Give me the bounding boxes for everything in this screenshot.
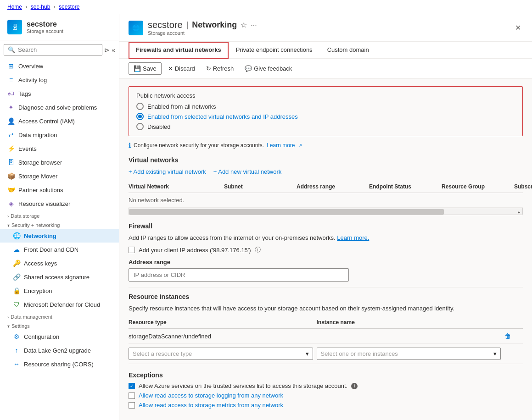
learn-more-link[interactable]: Learn more [267, 142, 295, 149]
nav-expand-icon[interactable]: ⊳ [104, 46, 110, 54]
nav-section-settings-label: Settings [11, 323, 30, 329]
sidebar-item-front-door-cdn[interactable]: ☁ Front Door and CDN [0, 243, 119, 256]
scrollbar-thumb[interactable] [129, 209, 444, 215]
favorite-star-icon[interactable]: ☆ [241, 21, 247, 29]
exception-info-icon-0[interactable]: i [351, 383, 358, 389]
breadcrumb-sec-hub[interactable]: sec-hub [31, 4, 50, 10]
nav-collapse-icon[interactable]: « [112, 46, 115, 54]
radio-all-networks-circle [136, 103, 144, 110]
sidebar-item-access-keys[interactable]: 🔑 Access keys [0, 256, 119, 270]
radio-disabled-label: Disabled [147, 123, 171, 130]
nav-section-data-management-label: Data management [11, 314, 52, 320]
sidebar-item-data-lake-gen2[interactable]: ↑ Data Lake Gen2 upgrade [0, 343, 119, 357]
resource-type-value: storageDataScanner/undefined [129, 333, 313, 340]
client-ip-info-icon[interactable]: ⓘ [255, 246, 261, 254]
search-input[interactable] [18, 46, 98, 53]
sidebar-item-shared-access-signature[interactable]: 🔗 Shared access signature [0, 270, 119, 284]
tabs-bar: Firewalls and virtual networks Private e… [119, 42, 532, 59]
firewall-title: Firewall [129, 222, 523, 230]
activity-log-icon: ≡ [7, 76, 15, 83]
sidebar-nav: ⊞ Overview ≡ Activity log 🏷 Tags ✦ Diagn… [0, 59, 119, 420]
breadcrumb-secstore[interactable]: secstore [59, 4, 79, 10]
content-header: 🌐 secstore | Networking ☆ ··· Storage ac… [119, 14, 532, 42]
nav-section-data-storage[interactable]: › Data storage [0, 210, 119, 220]
tab-firewalls-vnet[interactable]: Firewalls and virtual networks [129, 42, 229, 59]
more-options-icon[interactable]: ··· [251, 21, 257, 29]
sidebar-item-partner-solutions[interactable]: 🤝 Partner solutions [0, 183, 119, 197]
sidebar-item-overview[interactable]: ⊞ Overview [0, 59, 119, 73]
radio-disabled[interactable]: Disabled [136, 123, 515, 130]
radio-group-network-access: Enabled from all networks Enabled from s… [136, 103, 515, 130]
vnet-table-empty-row: No network selected. [129, 193, 523, 208]
sidebar-item-diagnose[interactable]: ✦ Diagnose and solve problems [0, 100, 119, 114]
tags-icon: 🏷 [7, 90, 15, 97]
sidebar-label-activity-log: Activity log [18, 77, 47, 83]
sidebar-item-configuration[interactable]: ⚙ Configuration [0, 330, 119, 343]
sidebar-label-data-migration: Data migration [18, 132, 57, 138]
tab-custom-domain[interactable]: Custom domain [320, 42, 376, 59]
sidebar-item-resource-visualizer[interactable]: ◈ Resource visualizer [0, 197, 119, 210]
discard-button[interactable]: ✕ Discard [163, 63, 200, 74]
save-button[interactable]: 💾 Save [129, 62, 162, 75]
exceptions-title: Exceptions [129, 371, 523, 379]
overview-icon: ⊞ [7, 62, 15, 70]
vnet-scrollbar[interactable]: ◂ ▸ [129, 208, 523, 215]
exception-checkbox-1[interactable] [129, 392, 135, 399]
sidebar-item-activity-log[interactable]: ≡ Activity log [0, 73, 119, 87]
resource-table-header: Resource type Instance name [129, 316, 523, 329]
breadcrumb: Home › sec-hub › secstore [0, 0, 532, 14]
close-button[interactable]: ✕ [513, 22, 523, 34]
exception-checkbox-2[interactable] [129, 402, 135, 409]
diagnose-icon: ✦ [7, 104, 15, 111]
configuration-icon: ⚙ [13, 333, 20, 340]
nav-section-security-networking[interactable]: ▾ Security + networking [0, 220, 119, 229]
sidebar-label-front-door-cdn: Front Door and CDN [24, 246, 78, 253]
nav-section-settings[interactable]: ▾ Settings [0, 321, 119, 330]
exception-item-2: Allow read access to storage metrics fro… [129, 402, 523, 409]
firewall-learn-more-link[interactable]: Learn more. [337, 234, 369, 241]
resource-type-chevron: ▾ [306, 350, 309, 357]
sidebar-label-resource-visualizer: Resource visualizer [18, 200, 70, 207]
sidebar-item-networking[interactable]: 🌐 Networking [0, 229, 119, 243]
resource-add-row: Select a resource type ▾ Select one or m… [129, 344, 523, 364]
radio-all-networks-label: Enabled from all networks [147, 103, 216, 110]
sidebar-label-networking: Networking [24, 232, 56, 239]
col-address-range: Address range [297, 183, 365, 190]
exception-checkbox-0[interactable]: ✓ [129, 383, 135, 389]
client-ip-checkbox-row[interactable]: Add your client IP address ('98.97.176.1… [129, 246, 523, 254]
sidebar-item-events[interactable]: ⚡ Events [0, 142, 119, 155]
client-ip-label: Add your client IP address ('98.97.176.1… [139, 247, 251, 254]
save-icon: 💾 [134, 65, 141, 72]
sidebar-logo: 🗄 secstore Storage account [7, 20, 112, 34]
sidebar-item-tags[interactable]: 🏷 Tags [0, 87, 119, 100]
radio-selected-networks[interactable]: Enabled from selected virtual networks a… [136, 113, 515, 120]
client-ip-checkbox[interactable] [129, 247, 135, 253]
nav-section-data-management[interactable]: › Data management [0, 311, 119, 321]
sidebar-label-defender: Microsoft Defender for Cloud [24, 301, 100, 308]
breadcrumb-home[interactable]: Home [7, 4, 22, 10]
delete-resource-icon[interactable]: 🗑 [504, 332, 523, 340]
scroll-right-arrow[interactable]: ▸ [515, 208, 522, 215]
refresh-button[interactable]: ↻ Refresh [202, 63, 239, 74]
search-box[interactable]: 🔍 [4, 44, 102, 55]
feedback-button[interactable]: 💬 Give feedback [240, 63, 297, 74]
radio-all-networks[interactable]: Enabled from all networks [136, 103, 515, 110]
sidebar-item-defender[interactable]: 🛡 Microsoft Defender for Cloud [0, 298, 119, 311]
sidebar-item-data-migration[interactable]: ⇄ Data migration [0, 128, 119, 142]
tab-private-endpoint[interactable]: Private endpoint connections [229, 42, 320, 59]
add-new-vnet-button[interactable]: + Add new virtual network [213, 168, 282, 175]
sidebar-item-resource-sharing[interactable]: ↔ Resource sharing (CORS) [0, 357, 119, 371]
storage-browser-icon: 🗄 [7, 159, 15, 166]
sidebar-item-access-control[interactable]: 👤 Access Control (IAM) [0, 114, 119, 128]
sidebar-item-storage-browser[interactable]: 🗄 Storage browser [0, 155, 119, 169]
instance-name-dropdown[interactable]: Select one or more instances ▾ [317, 348, 501, 360]
resource-type-dropdown[interactable]: Select a resource type ▾ [129, 348, 313, 360]
exception-item-0: ✓ Allow Azure services on the trusted se… [129, 382, 523, 389]
address-range-input[interactable] [129, 268, 349, 282]
sidebar-item-encryption[interactable]: 🔒 Encryption [0, 284, 119, 298]
sidebar-header: 🗄 secstore Storage account [0, 14, 119, 40]
add-existing-vnet-button[interactable]: + Add existing virtual network [129, 168, 206, 175]
sidebar-item-storage-mover[interactable]: 📦 Storage Mover [0, 169, 119, 183]
public-network-access-section: Public network access Enabled from all n… [129, 86, 523, 136]
vnet-empty-text: No network selected. [129, 197, 220, 204]
